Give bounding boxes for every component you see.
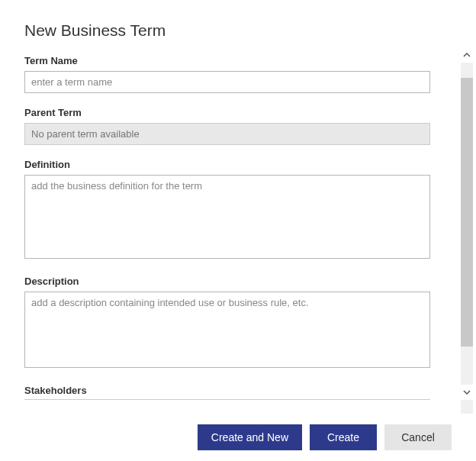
- definition-input[interactable]: [24, 175, 430, 259]
- create-and-new-button[interactable]: Create and New: [198, 424, 302, 450]
- parent-term-input: [24, 123, 430, 145]
- scroll-down-icon[interactable]: [461, 385, 473, 400]
- create-button[interactable]: Create: [310, 424, 377, 450]
- page-title: New Business Term: [24, 21, 430, 40]
- scrollbar-thumb[interactable]: [461, 78, 473, 347]
- description-input[interactable]: [24, 292, 430, 368]
- new-business-term-form: New Business Term Term Name Parent Term …: [0, 0, 455, 400]
- term-name-field: Term Name: [24, 55, 430, 93]
- definition-label: Definition: [24, 159, 430, 170]
- cancel-button[interactable]: Cancel: [384, 424, 452, 450]
- definition-field: Definition: [24, 159, 430, 262]
- scroll-up-icon[interactable]: [461, 47, 473, 63]
- button-bar: Create and New Create Cancel: [198, 424, 452, 450]
- stakeholders-label: Stakeholders: [24, 385, 430, 400]
- parent-term-label: Parent Term: [24, 107, 430, 118]
- term-name-label: Term Name: [24, 55, 430, 66]
- description-label: Description: [24, 276, 430, 287]
- parent-term-field: Parent Term: [24, 107, 430, 145]
- description-field: Description: [24, 276, 430, 371]
- term-name-input[interactable]: [24, 71, 430, 93]
